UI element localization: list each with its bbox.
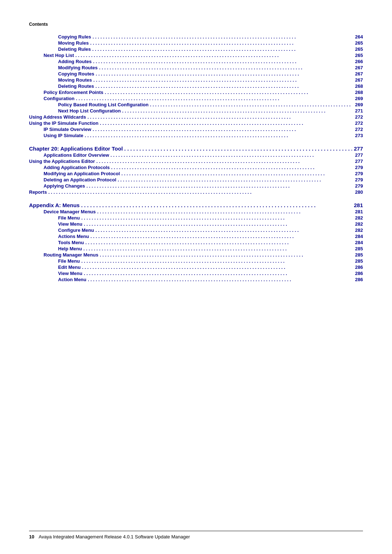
- toc-entry-title[interactable]: Configure Menu: [58, 227, 94, 233]
- toc-entry-title[interactable]: Applications Editor Overview: [44, 152, 109, 158]
- toc-entry-title[interactable]: Edit Menu: [58, 264, 81, 270]
- toc-dots: . . . . . . . . . . . . . . . . . . . . …: [89, 40, 352, 46]
- toc-dots: . . . . . . . . . . . . . . . . . . . . …: [98, 120, 352, 126]
- toc-dots: . . . . . . . . . . . . . . . . . . . . …: [103, 90, 352, 95]
- toc-entry-page: 281: [352, 209, 363, 214]
- toc-dots: . . . . . . . . . . . . . . . . . . . . …: [91, 59, 352, 64]
- toc-dots: . . . . . . . . . . . . . . . . . . . . …: [94, 227, 352, 233]
- toc-entry-page: 286: [352, 271, 363, 276]
- toc-dots: . . . . . . . . . . . . . . . . . . . . …: [82, 221, 352, 227]
- toc-entry-title[interactable]: Deleting an Application Protocol: [44, 177, 116, 182]
- toc-row: Policy Based Routing List Configuration …: [29, 102, 363, 107]
- toc-entry-title[interactable]: Routing Manager Menus: [44, 252, 98, 258]
- toc-dots: . . . . . . . . . . . . . . . . . . . . …: [81, 264, 352, 270]
- toc-dots: . . . . . . . . . . . . . . . . . . . . …: [74, 96, 352, 101]
- toc-entry-page: 282: [352, 215, 363, 221]
- toc-entry-title[interactable]: Modifying an Application Protocol: [44, 171, 120, 176]
- toc-entry-title[interactable]: Device Manager Menus: [44, 209, 96, 214]
- toc-dots: . . . . . . . . . . . . . . . . . . . . …: [82, 246, 352, 251]
- toc-entry-page: 267: [352, 65, 363, 70]
- toc-entry-page: 285: [352, 252, 363, 258]
- toc-entry-title[interactable]: Next Hop List: [44, 53, 74, 58]
- toc-dots: . . . . . . . . . . . . . . . . . . . . …: [98, 252, 352, 258]
- toc-dots: . . . . . . . . . . . . . . . . . . . . …: [91, 127, 352, 132]
- toc-entry-page: 282: [352, 221, 363, 227]
- toc-entry-title[interactable]: Reports: [29, 189, 47, 195]
- toc-row: Using IP Simulate . . . . . . . . . . . …: [29, 133, 363, 138]
- toc-dots: . . . . . . . . . . . . . . . . . . . . …: [80, 258, 352, 264]
- toc-row: Device Manager Menus . . . . . . . . . .…: [29, 209, 363, 214]
- toc-entry-page: 264: [352, 34, 363, 40]
- toc-entry-page: 285: [352, 258, 363, 264]
- toc-entry-title[interactable]: Deleting Rules: [58, 46, 91, 52]
- toc-entry-page: 279: [352, 183, 363, 189]
- toc-entry-page: 268: [352, 90, 363, 95]
- toc-row: Policy Enforcement Points . . . . . . . …: [29, 90, 363, 95]
- toc-dots: . . . . . . . . . . . . . . . . . . . . …: [91, 46, 352, 52]
- toc-entry-title[interactable]: IP Simulate Overview: [44, 127, 91, 132]
- toc-entry-page: 267: [352, 71, 363, 77]
- toc-entry-page: 267: [352, 77, 363, 83]
- toc-entry-page: 279: [352, 177, 363, 182]
- toc-entry-title[interactable]: Using IP Simulate: [44, 133, 83, 138]
- toc-dots: . . . . . . . . . . . . . . . . . . . . …: [83, 133, 352, 138]
- toc-entry-title[interactable]: File Menu: [58, 215, 80, 221]
- toc-entry-title[interactable]: Applying Changes: [44, 183, 85, 189]
- toc-entry-title[interactable]: Adding Application Protocols: [44, 165, 110, 170]
- toc-entry-title[interactable]: Help Menu: [58, 246, 82, 251]
- toc-entry-page: 273: [352, 133, 363, 138]
- toc-row: Routing Manager Menus . . . . . . . . . …: [29, 252, 363, 258]
- toc-entry-title[interactable]: Copying Rules: [58, 34, 91, 40]
- toc-entry-title[interactable]: Chapter 20: Applications Editor Tool: [29, 145, 123, 152]
- toc-entry-title[interactable]: View Menu: [58, 271, 82, 276]
- toc-entry-page: 277: [352, 152, 363, 158]
- toc-spacer: [29, 139, 363, 145]
- toc-entry-page: 286: [352, 264, 363, 270]
- toc-entry-page: 279: [352, 171, 363, 176]
- toc-entry-title[interactable]: Actions Menu: [58, 234, 89, 239]
- toc-dots: . . . . . . . . . . . . . . . . . . . . …: [84, 240, 352, 245]
- toc-entry-title[interactable]: Moving Routes: [58, 77, 92, 83]
- toc-entry-title[interactable]: Using the Applications Editor: [29, 159, 95, 164]
- toc-dots: . . . . . . . . . . . . . . . . . . . . …: [116, 177, 352, 182]
- toc-entry-title[interactable]: Tools Menu: [58, 240, 84, 245]
- toc-entry-title[interactable]: Deleting Routes: [58, 83, 94, 89]
- toc-entry-page: 286: [352, 277, 363, 282]
- toc-entry-title[interactable]: Using the IP Simulate Function: [29, 120, 98, 126]
- toc-dots: . . . . . . . . . . . . . . . . . . . . …: [47, 189, 352, 195]
- toc-entry-title[interactable]: Policy Based Routing List Configuration: [58, 102, 148, 107]
- toc-row: View Menu . . . . . . . . . . . . . . . …: [29, 221, 363, 227]
- toc-entry-title[interactable]: Configuration: [44, 96, 74, 101]
- toc-entry-page: 282: [352, 227, 363, 233]
- toc-row: Reports . . . . . . . . . . . . . . . . …: [29, 189, 363, 195]
- toc-entry-title[interactable]: Next Hop List Configuration: [58, 108, 121, 114]
- toc-entry-title[interactable]: File Menu: [58, 258, 80, 264]
- toc-entry-title[interactable]: Moving Rules: [58, 40, 89, 46]
- toc-dots: . . . . . . . . . . . . . . . . . . . . …: [86, 277, 352, 282]
- toc-dots: . . . . . . . . . . . . . . . . . . . . …: [89, 234, 352, 239]
- toc-row: Chapter 20: Applications Editor Tool . .…: [29, 145, 363, 152]
- toc-dots: . . . . . . . . . . . . . . . . . . . . …: [121, 108, 352, 114]
- toc-entry-title[interactable]: Adding Routes: [58, 59, 91, 64]
- toc-row: IP Simulate Overview . . . . . . . . . .…: [29, 127, 363, 132]
- toc-row: Adding Application Protocols . . . . . .…: [29, 165, 363, 170]
- toc-dots: . . . . . . . . . . . . . . . . . . . . …: [109, 152, 352, 158]
- toc-row: Adding Routes . . . . . . . . . . . . . …: [29, 59, 363, 64]
- toc-entry-title[interactable]: Action Menu: [58, 277, 86, 282]
- toc-entry-title[interactable]: Appendix A: Menus: [29, 202, 79, 208]
- toc-row: Copying Routes . . . . . . . . . . . . .…: [29, 71, 363, 77]
- toc-entry-title[interactable]: Copying Routes: [58, 71, 94, 77]
- toc-entry-page: 271: [352, 108, 363, 114]
- footer: 10 Avaya Integrated Management Release 4…: [29, 531, 363, 539]
- toc-entry-title[interactable]: View Menu: [58, 221, 82, 227]
- toc-entry-title[interactable]: Using Address Wildcards: [29, 114, 86, 120]
- toc-row: Modifying Routes . . . . . . . . . . . .…: [29, 65, 363, 70]
- toc-row: File Menu . . . . . . . . . . . . . . . …: [29, 215, 363, 221]
- toc-dots: . . . . . . . . . . . . . . . . . . . . …: [91, 34, 352, 40]
- page-content: Contents Copying Rules . . . . . . . . .…: [0, 0, 392, 312]
- toc-entry-title[interactable]: Policy Enforcement Points: [44, 90, 103, 95]
- toc-dots: . . . . . . . . . . . . . . . . . . . . …: [79, 202, 352, 208]
- toc-row: Deleting an Application Protocol . . . .…: [29, 177, 363, 182]
- toc-entry-title[interactable]: Modifying Routes: [58, 65, 98, 70]
- toc-row: Edit Menu . . . . . . . . . . . . . . . …: [29, 264, 363, 270]
